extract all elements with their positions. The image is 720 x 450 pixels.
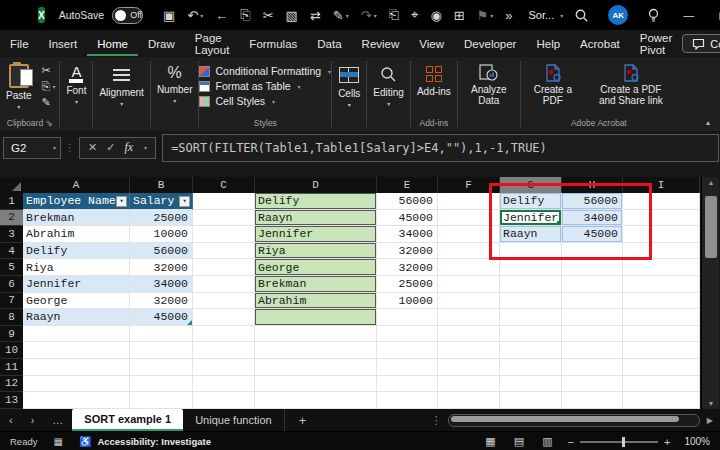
column-header-C[interactable]: C (193, 177, 255, 193)
menu-tab-view[interactable]: View (409, 32, 454, 56)
copy-icon[interactable]: ⎘ (234, 7, 256, 23)
cell-G9[interactable] (500, 326, 562, 343)
prev-sheet-icon[interactable]: ‹ (0, 414, 22, 426)
cell-B8[interactable]: 45000 (130, 309, 193, 326)
cell-G13[interactable] (500, 392, 562, 409)
cell-C7[interactable] (193, 293, 255, 310)
column-header-E[interactable]: E (377, 177, 438, 193)
cell-A10[interactable] (23, 342, 130, 359)
cell-B13[interactable] (130, 392, 193, 409)
cell-I5[interactable] (623, 259, 700, 276)
back-icon[interactable]: ← (209, 8, 234, 23)
cell-G8[interactable] (500, 309, 562, 326)
cell-G12[interactable] (500, 376, 562, 393)
cell-I13[interactable] (623, 392, 700, 409)
row-header-3[interactable]: 3 (0, 226, 23, 243)
row-header-1[interactable]: 1 (0, 193, 23, 210)
cell-C9[interactable] (193, 326, 255, 343)
cell-G7[interactable] (500, 293, 562, 310)
page-layout-view-icon[interactable]: ▤ (505, 435, 533, 448)
row-header-13[interactable]: 13 (0, 392, 23, 409)
save-icon[interactable]: ▣ (157, 8, 181, 23)
more-sheets-icon[interactable]: … (43, 414, 72, 426)
menu-tab-data[interactable]: Data (307, 32, 351, 56)
create-pdf-share-button[interactable]: Create a PDF and Share link (585, 60, 677, 106)
font-menu-button[interactable]: A Font ▾ (60, 60, 92, 105)
cell-C1[interactable] (193, 193, 255, 210)
cell-H9[interactable] (562, 326, 623, 343)
formula-bar-splitter[interactable]: ⋮ (65, 142, 75, 153)
analyze-data-button[interactable]: Analyze Data (458, 60, 520, 106)
horizontal-scroll-thumb[interactable] (451, 416, 679, 422)
row-header-10[interactable]: 10 (0, 342, 23, 359)
cell-H5[interactable] (562, 259, 623, 276)
cell-I7[interactable] (623, 293, 700, 310)
cell-H8[interactable] (562, 309, 623, 326)
cell-D11[interactable] (255, 359, 377, 376)
cell-E2[interactable]: 45000 (377, 210, 438, 227)
cell-styles-button[interactable]: Cell Styles▾ (199, 95, 331, 107)
cut-icon[interactable]: ✂ (257, 8, 280, 23)
zoom-level[interactable]: 100% (676, 436, 720, 447)
cell-G10[interactable] (500, 342, 562, 359)
cell-F8[interactable] (438, 309, 500, 326)
cell-H11[interactable] (562, 359, 623, 376)
cancel-entry-icon[interactable]: ✕ (88, 141, 97, 154)
cell-A2[interactable]: Brekman (23, 210, 130, 227)
cell-I10[interactable] (623, 342, 700, 359)
menu-tab-draw[interactable]: Draw (138, 32, 185, 56)
redo-icon[interactable]: ↷▾ (355, 8, 383, 23)
cell-A12[interactable] (23, 376, 130, 393)
menu-tab-acrobat[interactable]: Acrobat (570, 32, 630, 56)
cell-F9[interactable] (438, 326, 500, 343)
cell-D5[interactable]: George (255, 259, 377, 276)
cell-E5[interactable]: 32000 (377, 259, 438, 276)
cell-I8[interactable] (623, 309, 700, 326)
cell-E10[interactable] (377, 342, 438, 359)
cell-F11[interactable] (438, 359, 500, 376)
cell-D6[interactable]: Brekman (255, 276, 377, 293)
cell-B12[interactable] (130, 376, 193, 393)
cell-D8[interactable] (255, 309, 377, 326)
cell-H6[interactable] (562, 276, 623, 293)
cell-G5[interactable] (500, 259, 562, 276)
page-break-view-icon[interactable]: ▥ (533, 435, 561, 448)
cell-E7[interactable]: 10000 (377, 293, 438, 310)
row-header-2[interactable]: 2 (0, 210, 23, 227)
comments-button[interactable]: Comments (682, 34, 720, 53)
menu-tab-review[interactable]: Review (352, 32, 410, 56)
menu-tab-insert[interactable]: Insert (39, 32, 88, 56)
row-header-9[interactable]: 9 (0, 326, 23, 343)
zoom-out-icon[interactable]: − (562, 436, 580, 448)
pin-icon[interactable]: ⌖ (405, 7, 424, 23)
cell-A5[interactable]: Riya (23, 259, 130, 276)
cell-D12[interactable] (255, 376, 377, 393)
cell-C6[interactable] (193, 276, 255, 293)
filter-dropdown-icon[interactable]: ▾ (116, 196, 127, 207)
cell-A11[interactable] (23, 359, 130, 376)
row-header-5[interactable]: 5 (0, 259, 23, 276)
cell-D3[interactable]: Jennifer (255, 226, 377, 243)
format-painter-button[interactable]: ✎ (38, 95, 60, 110)
cell-A13[interactable] (23, 392, 130, 409)
overflow-icon[interactable]: » (499, 8, 518, 23)
cut-button[interactable]: ✂ (38, 63, 60, 78)
cell-E8[interactable] (377, 309, 438, 326)
conditional-formatting-button[interactable]: Conditional Formatting▾ (199, 65, 331, 77)
cell-D9[interactable] (255, 326, 377, 343)
cell-C11[interactable] (193, 359, 255, 376)
cell-F13[interactable] (438, 392, 500, 409)
row-header-6[interactable]: 6 (0, 276, 23, 293)
cell-B10[interactable] (130, 342, 193, 359)
cell-I11[interactable] (623, 359, 700, 376)
cell-C2[interactable] (193, 210, 255, 227)
cell-F5[interactable] (438, 259, 500, 276)
formula-input[interactable]: =SORT(FILTER(Table1,Table1[Salary]>E4,""… (162, 134, 719, 162)
cell-D1[interactable]: Delify (255, 193, 377, 210)
table-lookup-icon[interactable]: ⊞ (448, 8, 471, 23)
cell-F10[interactable] (438, 342, 500, 359)
document-title[interactable]: Sor...▾ (529, 9, 564, 21)
cell-D7[interactable]: Abrahim (255, 293, 377, 310)
cell-A1[interactable]: Employee Name▾ (23, 193, 130, 210)
next-sheet-icon[interactable]: › (22, 414, 44, 426)
